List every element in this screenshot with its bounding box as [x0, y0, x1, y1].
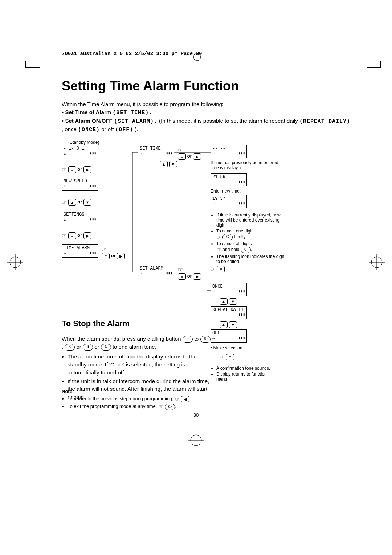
dial-9-button[interactable]: 9 [200, 336, 211, 343]
standby-caption: (Standby Mode) [68, 140, 141, 145]
dial-pause-button[interactable]: ⏸ [83, 344, 93, 351]
power-button[interactable]: ⏻ [165, 404, 175, 410]
stop-note-1: The alarm time turns off and the display… [68, 353, 211, 376]
left-button[interactable]: ◀ [181, 396, 189, 402]
crop-mark [367, 67, 381, 68]
bullet2-rep: (REPEAT DAILY) [299, 118, 350, 125]
page-number: 30 [193, 412, 199, 418]
registration-mark-bottom [188, 432, 204, 448]
dial-0-button[interactable]: 0 [183, 336, 193, 343]
dial-star-button[interactable]: ✳ [65, 344, 75, 351]
bullet1-code: (SET TIME). [113, 110, 152, 116]
stop-alarm-heading: To Stop the Alarm [62, 316, 130, 331]
registration-mark-top [192, 52, 202, 64]
bullet2-off: (OFF) [115, 127, 133, 133]
note-section: Note: To return to the previous step dur… [62, 389, 229, 411]
bullet2-rest: (In this mode, it is possible to set the… [159, 118, 299, 124]
print-header: 700a1 australian 2 5 02 2/5/02 3:00 pm P… [62, 51, 352, 57]
intro-line: Within the Time Alarm menu, it is possib… [62, 101, 224, 107]
bullet2-once: (ONCE) [78, 127, 100, 133]
registration-mark-right [369, 254, 385, 272]
dial-redial-button[interactable]: ↻ [101, 344, 111, 351]
bullet2-label: Set Alarm ON/OFF [65, 118, 112, 124]
press-icon: ☞ [158, 403, 163, 410]
intro-text: Within the Time Alarm menu, it is possib… [62, 100, 352, 134]
crop-mark [25, 67, 40, 68]
note-title: Note: [62, 389, 74, 394]
press-icon: ☞ [175, 396, 180, 402]
registration-mark-left [7, 254, 23, 272]
page-title: Setting Time Alarm Function [62, 78, 352, 94]
page: 700a1 australian 2 5 02 2/5/02 3:00 pm P… [0, 0, 392, 555]
bullet2-code: (SET ALARM). [114, 118, 158, 125]
bullet1-label: Set Time of Alarm [65, 109, 111, 115]
